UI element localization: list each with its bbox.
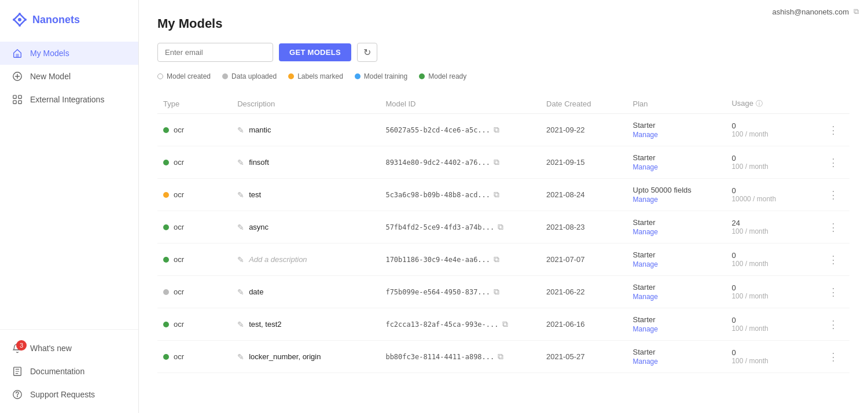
table-row: ocr ✎ Add a description 170b1186-30c9-4e…	[157, 244, 849, 276]
manage-link-1[interactable]: Manage	[633, 163, 720, 171]
cell-description-0: ✎ mantic	[231, 114, 380, 146]
cell-description-1: ✎ finsoft	[231, 146, 380, 179]
cell-more-2: ⋮	[819, 179, 849, 211]
edit-icon-3[interactable]: ✎	[237, 223, 244, 232]
more-options-button-1[interactable]: ⋮	[825, 155, 842, 170]
more-options-button-0[interactable]: ⋮	[825, 123, 842, 138]
copy-model-id-icon-0[interactable]: ⧉	[494, 125, 499, 135]
models-table: Type Description Model ID Date Created P…	[157, 94, 849, 373]
more-options-button-6[interactable]: ⋮	[825, 317, 842, 332]
cell-date-2: 2021-08-24	[540, 179, 627, 211]
cell-plan-7: Starter Manage	[627, 341, 726, 373]
description-value-4[interactable]: Add a description	[249, 255, 307, 264]
sidebar-item-whats-new[interactable]: 3 What's new	[0, 337, 138, 360]
manage-link-5[interactable]: Manage	[633, 293, 720, 301]
svg-rect-11	[19, 101, 21, 104]
toolbar: GET MODELS ↻	[157, 43, 849, 62]
usage-info-icon[interactable]: ⓘ	[756, 99, 763, 108]
copy-model-id-icon-3[interactable]: ⧉	[498, 222, 503, 232]
cell-date-6: 2021-06-16	[540, 308, 627, 341]
status-dot-4	[163, 257, 169, 263]
cell-model-id-0: 56027a55-b2cd-4ce6-a5c... ⧉	[380, 114, 540, 146]
copy-model-id-icon-4[interactable]: ⧉	[494, 255, 499, 264]
sidebar-item-support-requests[interactable]: Support Requests	[0, 383, 138, 406]
copy-model-id-icon-5[interactable]: ⧉	[494, 287, 499, 297]
legend-model-training: Model training	[355, 72, 407, 80]
type-value-0: ocr	[174, 126, 184, 134]
edit-icon-4[interactable]: ✎	[237, 255, 244, 264]
usage-count-0: 0	[731, 121, 735, 130]
user-info-bar: ashish@nanonets.com ⧉	[773, 7, 859, 16]
description-value-7: locker_number, origin	[249, 352, 321, 361]
sidebar-logo[interactable]: Nanonets	[0, 0, 138, 37]
cell-model-id-3: 57fb4fd2-5ce9-4fd3-a74b... ⧉	[380, 211, 540, 244]
type-value-5: ocr	[174, 287, 184, 296]
cell-more-0: ⋮	[819, 114, 849, 146]
description-value-5: date	[249, 287, 263, 296]
cell-usage-5: 0 100 / month	[726, 276, 818, 308]
svg-point-1	[18, 18, 21, 21]
edit-icon-7[interactable]: ✎	[237, 352, 244, 362]
cell-usage-0: 0 100 / month	[726, 114, 818, 146]
sidebar-item-my-models[interactable]: My Models	[0, 42, 138, 65]
cell-type-7: ocr	[157, 341, 231, 373]
more-options-button-3[interactable]: ⋮	[825, 220, 842, 235]
edit-icon-5[interactable]: ✎	[237, 287, 244, 297]
sidebar-nav: My Models New Model External Integration…	[0, 37, 138, 329]
main-content: My Models GET MODELS ↻ Model created Dat…	[139, 0, 868, 413]
cell-type-3: ocr	[157, 211, 231, 244]
col-date-created: Date Created	[540, 94, 627, 114]
cell-date-1: 2021-09-15	[540, 146, 627, 179]
cell-more-3: ⋮	[819, 211, 849, 244]
plan-name-2: Upto 50000 fields	[633, 186, 692, 194]
cell-description-4: ✎ Add a description	[231, 244, 380, 276]
description-value-3: async	[249, 223, 269, 231]
refresh-button[interactable]: ↻	[357, 43, 377, 62]
manage-link-7[interactable]: Manage	[633, 357, 720, 366]
cell-usage-3: 24 100 / month	[726, 211, 818, 244]
manage-link-2[interactable]: Manage	[633, 196, 720, 204]
svg-rect-6	[16, 54, 19, 57]
more-options-button-4[interactable]: ⋮	[825, 252, 842, 267]
type-value-1: ocr	[174, 158, 184, 167]
sidebar-item-new-model[interactable]: New Model	[0, 65, 138, 88]
usage-count-1: 0	[731, 154, 735, 163]
email-input[interactable]	[157, 43, 273, 62]
sidebar-item-external-integrations[interactable]: External Integrations	[0, 88, 138, 111]
page-title: My Models	[157, 16, 849, 31]
description-value-2: test	[249, 190, 261, 199]
sidebar-item-documentation[interactable]: Documentation	[0, 360, 138, 383]
edit-icon-6[interactable]: ✎	[237, 320, 244, 329]
svg-point-3	[24, 19, 27, 21]
legend-model-ready: Model ready	[419, 72, 466, 80]
manage-link-6[interactable]: Manage	[633, 325, 720, 333]
cell-description-6: ✎ test, test2	[231, 308, 380, 341]
more-options-button-7[interactable]: ⋮	[825, 349, 842, 364]
copy-model-id-icon-6[interactable]: ⧉	[502, 319, 508, 329]
usage-limit-4: 100 / month	[731, 260, 812, 268]
plan-name-7: Starter	[633, 348, 656, 356]
cell-more-1: ⋮	[819, 146, 849, 179]
copy-model-id-icon-1[interactable]: ⧉	[494, 157, 499, 167]
cell-date-7: 2021-05-27	[540, 341, 627, 373]
copy-model-id-icon-2[interactable]: ⧉	[494, 190, 499, 200]
manage-link-0[interactable]: Manage	[633, 131, 720, 139]
manage-link-4[interactable]: Manage	[633, 260, 720, 268]
edit-icon-1[interactable]: ✎	[237, 158, 244, 167]
manage-link-3[interactable]: Manage	[633, 228, 720, 236]
cell-description-7: ✎ locker_number, origin	[231, 341, 380, 373]
model-id-value-2: 5c3a6c98-b09b-48b8-acd...	[385, 191, 490, 199]
cell-plan-1: Starter Manage	[627, 146, 726, 179]
copy-model-id-icon-7[interactable]: ⧉	[498, 352, 503, 362]
cell-type-5: ocr	[157, 276, 231, 308]
more-options-button-2[interactable]: ⋮	[825, 187, 842, 202]
copy-email-icon[interactable]: ⧉	[854, 7, 859, 16]
usage-count-3: 24	[731, 219, 740, 227]
get-models-button[interactable]: GET MODELS	[279, 43, 351, 61]
cell-model-id-5: f75b099e-e564-4950-837... ⧉	[380, 276, 540, 308]
more-options-button-5[interactable]: ⋮	[825, 285, 842, 300]
cell-model-id-7: bb80fc3e-8114-4411-a898... ⧉	[380, 341, 540, 373]
edit-icon-0[interactable]: ✎	[237, 126, 244, 135]
edit-icon-2[interactable]: ✎	[237, 190, 244, 200]
plan-name-6: Starter	[633, 315, 656, 324]
